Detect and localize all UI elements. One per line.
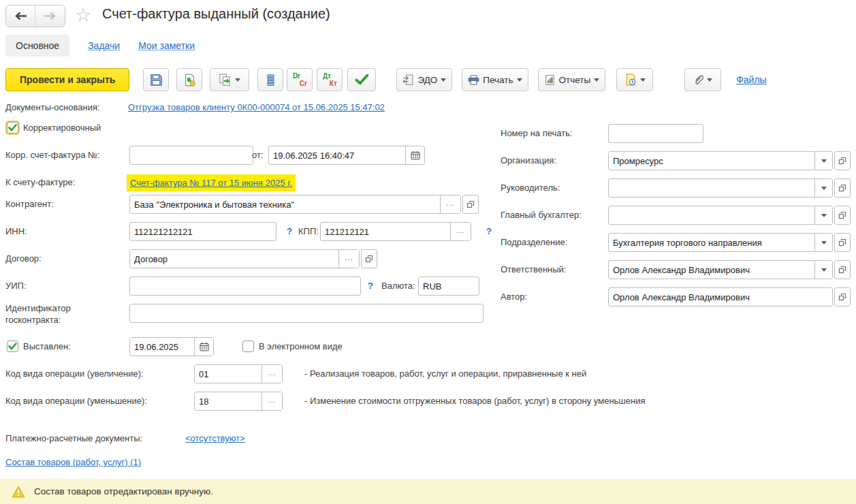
counterparty-input[interactable] [130,195,440,213]
payment-docs-link[interactable]: <отсутствуют> [185,429,245,448]
print-number-input[interactable] [609,125,703,142]
tab-bar: Основное Задачи Мои заметки [5,35,195,57]
page-title: Счет-фактура выданный (создание) [102,6,330,22]
favorite-star-icon[interactable]: ☆ [75,4,91,26]
calendar-button[interactable] [405,146,424,164]
manager-open-button[interactable] [834,178,851,198]
files-link[interactable]: Файлы [736,74,766,85]
create-based-on-button[interactable] [210,68,249,91]
printer-icon [468,75,479,85]
electronic-checkbox[interactable] [242,341,254,352]
manager-input[interactable] [609,179,814,197]
corr-invoice-date-input[interactable] [269,146,405,164]
kpp-label: КПП: [298,222,319,241]
uip-help-link[interactable]: ? [368,277,373,296]
inn-input[interactable] [130,223,276,240]
chief-accountant-label: Главный бухгалтер: [501,206,582,225]
tab-notes[interactable]: Мои заметки [138,40,195,51]
uip-input[interactable] [130,277,360,295]
author-input[interactable] [609,288,832,306]
op-code-increase-description: - Реализация товаров, работ, услуг и опе… [304,364,586,383]
op-code-decrease-select-button[interactable]: ... [261,392,282,410]
department-input[interactable] [609,234,814,251]
open-icon [838,211,846,219]
organization-open-button[interactable] [834,151,851,170]
attachments-button[interactable] [684,68,721,91]
responsible-open-button[interactable] [834,260,851,279]
corrective-checkbox[interactable] [7,122,18,133]
op-code-decrease-label: Код вида операции (уменьшение): [5,392,147,411]
issued-date-input[interactable] [130,338,194,356]
op-code-increase-input[interactable] [195,365,261,383]
dtkt-button[interactable]: ДтКт [317,68,343,91]
drcr-button[interactable]: DrCr [287,68,313,91]
inn-label: ИНН: [5,222,27,241]
department-dropdown-button[interactable] [814,234,832,251]
save-button[interactable] [143,68,169,91]
inn-help-link[interactable]: ? [287,222,292,241]
issued-checkbox[interactable] [7,341,18,352]
counterparty-label: Контрагент: [5,195,54,214]
scheduled-document-button[interactable] [616,68,653,91]
back-button[interactable] [6,5,35,27]
print-button[interactable]: Печать [462,68,528,91]
department-open-button[interactable] [834,233,851,252]
gov-contract-input[interactable] [130,304,483,322]
organization-input[interactable] [609,152,814,170]
contract-open-button[interactable] [361,249,377,268]
op-code-increase-select-button[interactable]: ... [261,365,282,383]
chief-accountant-open-button[interactable] [834,206,851,225]
chief-accountant-dropdown-button[interactable] [814,206,832,224]
nav-button-group [5,5,65,27]
check-button[interactable] [347,68,376,91]
dropdown-arrow-icon [594,78,599,82]
calendar-button[interactable] [194,338,213,356]
open-icon [838,157,846,165]
edo-button[interactable]: ЭДО [396,68,452,91]
post-and-close-button[interactable]: Провести и закрыть [5,68,129,91]
counterparty-open-button[interactable] [462,195,479,214]
to-invoice-label: К счету-фактуре: [5,173,75,192]
warning-bar: Состав товаров отредактирован вручную. [0,479,856,504]
register-records-icon [264,74,277,86]
to-invoice-link[interactable]: Счет-фактура № 117 от 15 июня 2025 г. [130,178,292,188]
post-document-icon [183,74,196,86]
responsible-input[interactable] [609,261,814,279]
base-document-link[interactable]: Отгрузка товаров клиенту 0К00-000074 от … [128,100,385,115]
kpp-help-link[interactable]: ? [486,222,492,241]
corr-invoice-date-field [268,146,425,165]
reports-button[interactable]: Отчеты [538,68,606,91]
department-label: Подразделение: [501,233,567,252]
goods-list-link[interactable]: Состав товаров (работ, услуг) (1) [5,453,141,472]
organization-dropdown-button[interactable] [814,152,832,170]
kpp-select-button[interactable]: ... [450,223,471,240]
checkmark-icon [8,124,17,131]
contract-select-button[interactable]: ... [338,250,359,268]
warning-triangle-icon [12,486,25,498]
corr-invoice-number-input[interactable] [130,146,253,164]
print-number-field [608,124,703,143]
tab-main[interactable]: Основное [5,35,69,57]
forward-arrow-icon [44,12,57,20]
currency-input[interactable] [419,277,479,295]
to-invoice-highlight: Счет-фактура № 117 от 15 июня 2025 г. [127,174,296,191]
contract-input[interactable] [130,250,338,268]
forward-button[interactable] [35,5,65,27]
manager-dropdown-button[interactable] [814,179,832,197]
uip-label: УИП: [5,277,27,296]
organization-label: Организация: [501,151,556,170]
author-open-button[interactable] [834,287,851,306]
document-movements-button[interactable] [257,68,283,91]
create-based-on-icon [219,74,232,86]
counterparty-select-button[interactable]: ... [440,195,460,213]
chief-accountant-input[interactable] [609,206,814,224]
document-clock-icon [624,74,637,86]
op-code-decrease-input[interactable] [195,392,261,410]
responsible-dropdown-button[interactable] [814,261,832,279]
tab-tasks[interactable]: Задачи [88,40,120,51]
post-document-button[interactable] [176,68,202,91]
kpp-input[interactable] [321,223,450,240]
edo-label: ЭДО [417,75,437,85]
open-icon [838,238,846,247]
invoice-form-window: ☆ Счет-фактура выданный (создание) Основ… [0,0,856,504]
